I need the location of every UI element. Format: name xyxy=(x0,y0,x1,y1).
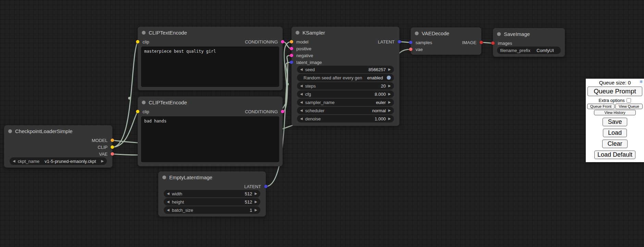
queue-prompt-button[interactable]: Queue Prompt xyxy=(587,87,642,96)
output-slot-latent: LATENT xyxy=(158,183,266,190)
denoise-widget[interactable]: ◀ denoise 1.000 ▶ xyxy=(297,115,394,122)
widget-label: filename_prefix xyxy=(500,48,530,53)
load-button[interactable]: Load xyxy=(603,129,627,137)
vae-output-dot[interactable] xyxy=(111,152,114,156)
collapse-dot-icon[interactable] xyxy=(162,176,166,179)
latent-output-dot[interactable] xyxy=(264,185,268,188)
increment-arrow-icon[interactable]: ▶ xyxy=(388,117,391,120)
increment-arrow-icon[interactable]: ▶ xyxy=(388,84,391,88)
node-title-bar[interactable]: SaveImage xyxy=(493,28,565,40)
increment-arrow-icon[interactable]: ▶ xyxy=(388,109,391,112)
node-title-bar[interactable]: EmptyLatentImage xyxy=(158,171,266,183)
widget-label: batch_size xyxy=(172,208,247,213)
negative-prompt-textarea[interactable]: bad hands xyxy=(141,116,279,162)
increment-arrow-icon[interactable]: ▶ xyxy=(101,159,104,163)
node-clip-text-encode-negative[interactable]: CLIPTextEncode clip CONDITIONING bad han… xyxy=(138,96,283,166)
conditioning-output-dot[interactable] xyxy=(281,40,284,43)
node-title-bar[interactable]: CheckpointLoaderSimple xyxy=(4,125,112,137)
steps-widget[interactable]: ◀ steps 20 ▶ xyxy=(297,82,394,90)
settings-icon[interactable]: ❄ xyxy=(640,79,643,84)
positive-input-dot[interactable] xyxy=(290,47,293,50)
queue-front-button[interactable]: Queue Front xyxy=(587,104,615,109)
slot-label: CONDITIONING xyxy=(245,109,278,114)
node-checkpoint-loader[interactable]: CheckpointLoaderSimple MODEL CLIP VAE ◀ … xyxy=(4,125,112,168)
node-title-bar[interactable]: CLIPTextEncode xyxy=(138,27,283,38)
slot-label: negative xyxy=(296,53,313,58)
save-button[interactable]: Save xyxy=(603,118,627,126)
input-slot-latent-image: latent_image xyxy=(292,59,399,66)
clip-output-dot[interactable] xyxy=(111,145,114,149)
image-output-dot[interactable] xyxy=(480,41,483,44)
vae-input-dot[interactable] xyxy=(409,48,412,51)
decrement-arrow-icon[interactable]: ◀ xyxy=(167,192,170,195)
collapse-dot-icon[interactable] xyxy=(497,32,501,36)
increment-arrow-icon[interactable]: ▶ xyxy=(255,192,257,195)
widget-label: height xyxy=(172,199,243,205)
slot-label: LATENT xyxy=(244,184,261,189)
clear-button[interactable]: Clear xyxy=(602,140,627,148)
scheduler-widget[interactable]: ◀ scheduler normal ▶ xyxy=(297,107,394,114)
latent-image-input-dot[interactable] xyxy=(290,61,293,64)
increment-arrow-icon[interactable]: ▶ xyxy=(388,101,391,104)
collapse-dot-icon[interactable] xyxy=(8,129,12,133)
images-input-dot[interactable] xyxy=(491,41,495,45)
ckpt-name-widget[interactable]: ◀ ckpt_name v1-5-pruned-emaonly.ckpt ▶ xyxy=(10,157,107,165)
seed-widget[interactable]: ◀ seed 8566257 ▶ xyxy=(297,66,394,73)
widget-value: 20 xyxy=(381,83,386,89)
widget-value: 8.000 xyxy=(375,92,386,97)
positive-prompt-textarea[interactable]: masterpiece best quality girl xyxy=(141,47,279,87)
increment-arrow-icon[interactable]: ▶ xyxy=(255,200,257,204)
filename-prefix-widget[interactable]: filename_prefix ComfyUI xyxy=(497,47,561,54)
negative-input-dot[interactable] xyxy=(290,54,293,57)
increment-arrow-icon[interactable]: ▶ xyxy=(388,68,391,71)
node-vae-decode[interactable]: VAEDecode samples IMAGE vae xyxy=(411,27,481,55)
conditioning-output-dot[interactable] xyxy=(281,110,284,113)
load-default-button[interactable]: Load Default xyxy=(594,151,635,159)
sampler-name-widget[interactable]: ◀ sampler_name euler ▶ xyxy=(297,99,394,106)
graph-canvas[interactable]: CheckpointLoaderSimple MODEL CLIP VAE ◀ … xyxy=(0,0,644,247)
collapse-dot-icon[interactable] xyxy=(296,31,299,35)
height-widget[interactable]: ◀ height 512 ▶ xyxy=(164,198,260,206)
node-title-bar[interactable]: VAEDecode xyxy=(411,27,481,39)
decrement-arrow-icon[interactable]: ◀ xyxy=(300,68,303,71)
increment-arrow-icon[interactable]: ▶ xyxy=(388,92,391,96)
queue-size-label: Queue size: 0 xyxy=(599,80,631,86)
view-queue-button[interactable]: View Queue xyxy=(615,104,643,109)
collapse-dot-icon[interactable] xyxy=(142,101,146,104)
latent-output-dot[interactable] xyxy=(398,40,401,43)
width-widget[interactable]: ◀ width 512 ▶ xyxy=(164,190,260,197)
node-ksampler[interactable]: KSampler model LATENT positive negative … xyxy=(292,27,399,126)
samples-input-dot[interactable] xyxy=(409,41,412,44)
collapse-dot-icon[interactable] xyxy=(142,31,146,35)
clip-input-dot[interactable] xyxy=(136,40,139,43)
decrement-arrow-icon[interactable]: ◀ xyxy=(167,208,170,212)
decrement-arrow-icon[interactable]: ◀ xyxy=(300,101,303,104)
widget-value: euler xyxy=(376,100,386,105)
decrement-arrow-icon[interactable]: ◀ xyxy=(300,117,303,120)
decrement-arrow-icon[interactable]: ◀ xyxy=(13,159,15,163)
cfg-widget[interactable]: ◀ cfg 8.000 ▶ xyxy=(297,90,394,98)
widget-value: normal xyxy=(372,108,386,113)
random-seed-toggle-widget[interactable]: Random seed after every gen enabled xyxy=(297,74,394,81)
clip-input-dot[interactable] xyxy=(136,110,139,113)
decrement-arrow-icon[interactable]: ◀ xyxy=(300,92,303,96)
node-clip-text-encode-positive[interactable]: CLIPTextEncode clip CONDITIONING masterp… xyxy=(138,27,283,90)
slot-label: clip xyxy=(143,39,149,44)
toggle-knob-icon[interactable] xyxy=(387,76,391,80)
node-title-bar[interactable]: CLIPTextEncode xyxy=(138,96,283,108)
decrement-arrow-icon[interactable]: ◀ xyxy=(300,84,303,88)
decrement-arrow-icon[interactable]: ◀ xyxy=(167,200,170,204)
node-title-bar[interactable]: KSampler xyxy=(292,27,399,38)
widget-label: sampler_name xyxy=(305,100,374,105)
node-save-image[interactable]: SaveImage images filename_prefix ComfyUI xyxy=(493,28,565,57)
view-history-button[interactable]: View History xyxy=(594,110,636,115)
decrement-arrow-icon[interactable]: ◀ xyxy=(300,109,303,112)
model-output-dot[interactable] xyxy=(111,139,114,142)
increment-arrow-icon[interactable]: ▶ xyxy=(255,208,257,212)
collapse-dot-icon[interactable] xyxy=(415,31,419,35)
node-empty-latent-image[interactable]: EmptyLatentImage LATENT ◀ width 512 ▶ ◀ … xyxy=(158,171,266,217)
extra-options-checkbox[interactable] xyxy=(627,98,631,103)
input-slot-vae: vae xyxy=(411,46,481,53)
batch-size-widget[interactable]: ◀ batch_size 1 ▶ xyxy=(164,206,260,214)
model-input-dot[interactable] xyxy=(290,40,293,43)
